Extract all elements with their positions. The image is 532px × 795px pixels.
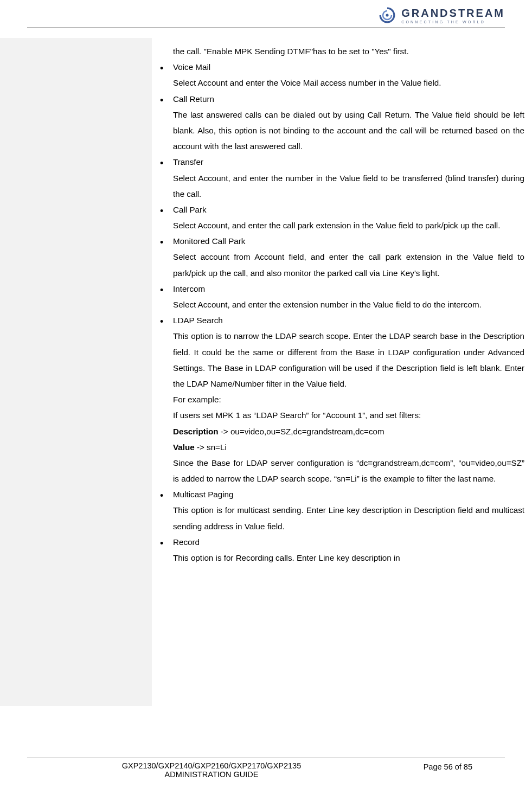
item-body: Select Account and enter the Voice Mail … (173, 75, 524, 91)
table-right-column: the call. "Enable MPK Sending DTMF"has t… (152, 38, 532, 706)
item-title: Multicast Paging (173, 486, 524, 502)
continuation-text: the call. "Enable MPK Sending DTMF"has t… (153, 43, 524, 59)
item-body: Select account from Account field, and e… (173, 249, 524, 280)
item-title: Call Return (173, 91, 524, 107)
header-divider (27, 27, 505, 28)
list-item: Call Return The last answered calls can … (160, 91, 524, 155)
list-item: Transfer Select Account, and enter the n… (160, 154, 524, 202)
ldap-para2: Since the Base for LDAP server configura… (173, 455, 524, 486)
list-item: Intercom Select Account, and enter the e… (160, 281, 524, 312)
ldap-value-val: -> sn=Li (195, 443, 227, 452)
ldap-for-example: For example: (173, 392, 524, 407)
footer-title: GXP2130/GXP2140/GXP2160/GXP2170/GXP2135 (70, 761, 352, 770)
list-item-ldap: LDAP Search This option is to narrow the… (160, 312, 524, 486)
svg-point-0 (386, 14, 389, 16)
item-title: Record (173, 534, 524, 550)
list-item: Monitored Call Park Select account from … (160, 233, 524, 281)
list-item: Voice Mail Select Account and enter the … (160, 59, 524, 91)
item-body: Select Account, and enter the call park … (173, 217, 524, 233)
item-title: Voice Mail (173, 59, 524, 75)
ldap-value-label: Value (173, 443, 195, 452)
item-title: Transfer (173, 154, 524, 170)
footer-left: GXP2130/GXP2140/GXP2160/GXP2170/GXP2135 … (70, 761, 352, 779)
brand-text-block: GRANDSTREAM CONNECTING THE WORLD (401, 7, 505, 24)
item-body: This option is for Recording calls. Ente… (173, 550, 524, 566)
list-item: Record This option is for Recording call… (160, 534, 524, 566)
ldap-desc-label: Description (173, 427, 219, 436)
item-body: This option is for multicast sending. En… (173, 502, 524, 534)
ldap-line2: If users set MPK 1 as “LDAP Search” for … (173, 407, 524, 423)
item-title: Intercom (173, 281, 524, 297)
list-item: Multicast Paging This option is for mult… (160, 486, 524, 534)
table-left-column (0, 38, 152, 706)
list-item: Call Park Select Account, and enter the … (160, 202, 524, 233)
footer-subtitle: ADMINISTRATION GUIDE (70, 770, 352, 779)
item-body: Select Account, and enter the number in … (173, 170, 524, 202)
ldap-desc-val: -> ou=video,ou=SZ,dc=grandstream,dc=com (219, 427, 384, 436)
content-table: the call. "Enable MPK Sending DTMF"has t… (0, 38, 532, 706)
ldap-value-line: Value -> sn=Li (173, 439, 524, 455)
item-body: Select Account, and enter the extension … (173, 297, 524, 312)
brand-tagline: CONNECTING THE WORLD (401, 20, 505, 24)
item-title: Call Park (173, 202, 524, 217)
item-title: Monitored Call Park (173, 233, 524, 249)
footer-page-number: Page 56 of 85 (424, 761, 505, 779)
ldap-para1: This option is to narrow the LDAP search… (173, 328, 524, 392)
feature-list: Voice Mail Select Account and enter the … (153, 59, 524, 566)
item-body: The last answered calls can be dialed ou… (173, 107, 524, 155)
item-title: LDAP Search (173, 312, 524, 328)
brand-name: GRANDSTREAM (401, 7, 505, 20)
ldap-desc-line: Description -> ou=video,ou=SZ,dc=grandst… (173, 424, 524, 439)
page-header: GRANDSTREAM CONNECTING THE WORLD (379, 7, 505, 24)
page-footer: GXP2130/GXP2140/GXP2160/GXP2170/GXP2135 … (27, 758, 505, 779)
grandstream-logo-icon (379, 7, 396, 24)
